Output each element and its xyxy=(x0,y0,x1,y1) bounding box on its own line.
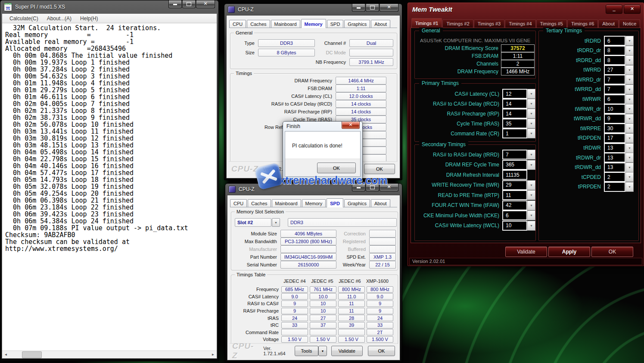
maximize-button[interactable] xyxy=(182,0,196,8)
dropdown-icon[interactable]: ▼ xyxy=(625,65,634,75)
tab-about[interactable]: About xyxy=(598,19,619,28)
cpuz-spd-titlebar[interactable]: CPU-Z ✕ xyxy=(225,184,402,195)
tab-caches[interactable]: Caches xyxy=(247,20,270,28)
tab-about[interactable]: About xyxy=(371,20,390,28)
dropdown-icon[interactable]: ▼ xyxy=(527,109,535,119)
dropdown-icon[interactable]: ▼ xyxy=(625,143,634,153)
tab-cpu[interactable]: CPU xyxy=(229,20,246,28)
tab-cpu[interactable]: CPU xyxy=(230,199,247,207)
ok-button[interactable]: OK xyxy=(364,164,395,174)
timing-value[interactable]: 6 xyxy=(604,36,625,46)
tab-spd[interactable]: SPD xyxy=(327,198,343,207)
menu-help[interactable]: Help(H) xyxy=(76,16,102,22)
minimize-button[interactable] xyxy=(352,4,365,12)
close-button[interactable]: ✕ xyxy=(342,122,360,129)
dropdown-icon[interactable]: ▼ xyxy=(625,46,634,56)
dropdown-icon[interactable]: ▼ xyxy=(527,180,535,190)
dropdown-icon[interactable]: ▼ xyxy=(625,55,634,65)
superpi-titlebar[interactable]: SUPERπ Super PI / mod1.5 XS ✕ xyxy=(0,0,218,13)
tab-timings-4[interactable]: Timings #4 xyxy=(505,19,535,28)
maximize-button[interactable] xyxy=(366,4,379,12)
timing-value[interactable]: 42 xyxy=(502,200,527,210)
tab-timings-2[interactable]: Timings #2 xyxy=(442,19,473,28)
minimize-button[interactable] xyxy=(352,184,365,191)
timing-value[interactable]: 365 xyxy=(502,160,527,170)
timing-value[interactable]: 14 xyxy=(502,109,527,119)
timing-value[interactable]: 7 xyxy=(604,84,625,94)
tab-timings-1[interactable]: Timings #1 xyxy=(411,18,442,28)
dropdown-icon[interactable]: ▼ xyxy=(625,114,634,124)
apply-button[interactable]: Apply xyxy=(548,247,590,257)
timing-value[interactable]: 12 xyxy=(502,89,527,99)
tools-dropdown-icon[interactable]: ▼ xyxy=(318,346,327,356)
timing-value[interactable]: 35 xyxy=(502,119,527,128)
tab-graphics[interactable]: Graphics xyxy=(344,199,370,207)
tab-notice[interactable]: Notice xyxy=(619,19,640,28)
dropdown-icon[interactable]: ▼ xyxy=(625,94,634,104)
timing-value[interactable]: 6 xyxy=(502,210,527,220)
dropdown-icon[interactable]: ▼ xyxy=(625,182,634,192)
timing-value[interactable]: 10 xyxy=(502,221,527,231)
scroll-right-button[interactable]: ► xyxy=(209,351,217,358)
timing-value[interactable]: 13 xyxy=(604,153,625,163)
timing-value[interactable]: 8 xyxy=(604,46,625,56)
maximize-button[interactable] xyxy=(366,184,379,191)
timing-value[interactable]: 8 xyxy=(604,55,625,65)
timing-value[interactable]: 2 xyxy=(604,182,625,192)
timing-value[interactable]: 11 xyxy=(502,190,527,200)
dropdown-icon[interactable]: ▼ xyxy=(527,150,535,160)
dropdown-icon[interactable]: ▼ xyxy=(527,89,535,99)
validate-button[interactable]: Validate xyxy=(505,247,547,257)
slot-select[interactable]: Slot #2 xyxy=(235,218,271,227)
timing-value[interactable]: 13 xyxy=(604,143,625,153)
dropdown-icon[interactable]: ▼ xyxy=(527,221,535,231)
tab-mainboard[interactable]: Mainboard xyxy=(271,20,300,28)
menu-calculate[interactable]: Calculate(C) xyxy=(6,16,42,22)
cpuz-memory-titlebar[interactable]: CPU-Z ✕ xyxy=(224,4,402,15)
close-button[interactable]: ✕ xyxy=(380,184,398,191)
dropdown-icon[interactable]: ▼ xyxy=(527,210,535,220)
minimize-button[interactable]: _ xyxy=(606,5,622,14)
horizontal-scrollbar[interactable]: ◄ ► xyxy=(2,350,217,358)
ok-button[interactable]: OK xyxy=(368,346,395,356)
tab-timings-6[interactable]: Timings #6 xyxy=(567,19,598,28)
timing-value[interactable]: 7 xyxy=(502,150,527,160)
dropdown-icon[interactable]: ▼ xyxy=(625,75,634,84)
tab-memory[interactable]: Memory xyxy=(301,19,326,28)
slot-select-dropdown-icon[interactable]: ▼ xyxy=(272,218,280,227)
scroll-left-button[interactable]: ◄ xyxy=(2,351,9,358)
validate-button[interactable]: Validate xyxy=(331,346,363,356)
dropdown-icon[interactable]: ▼ xyxy=(625,123,634,133)
close-button[interactable]: ✕ xyxy=(624,5,641,14)
tab-mainboard[interactable]: Mainboard xyxy=(272,199,301,207)
ok-button[interactable]: OK xyxy=(317,163,356,173)
timing-value[interactable]: 27 xyxy=(604,65,625,75)
dropdown-icon[interactable]: ▼ xyxy=(625,84,634,94)
tab-caches[interactable]: Caches xyxy=(248,199,271,207)
timing-value[interactable]: 7 xyxy=(604,75,625,84)
dropdown-icon[interactable]: ▼ xyxy=(527,119,535,128)
timing-value[interactable]: 1 xyxy=(502,128,527,138)
dropdown-icon[interactable]: ▼ xyxy=(527,99,535,109)
close-button[interactable]: ✕ xyxy=(380,4,398,12)
tools-button[interactable]: Tools xyxy=(295,346,318,356)
timing-value[interactable]: 2 xyxy=(604,172,625,182)
dropdown-icon[interactable]: ▼ xyxy=(527,200,535,210)
timing-value[interactable]: 30 xyxy=(604,123,625,133)
dropdown-icon[interactable]: ▼ xyxy=(625,36,634,46)
tab-graphics[interactable]: Graphics xyxy=(344,20,370,28)
tab-spd[interactable]: SPD xyxy=(327,20,344,28)
dropdown-icon[interactable]: ▼ xyxy=(527,128,535,138)
menu-about[interactable]: About...(A) xyxy=(43,16,75,22)
timing-value[interactable]: 10 xyxy=(604,104,625,114)
dropdown-icon[interactable]: ▼ xyxy=(625,104,634,114)
dropdown-icon[interactable]: ▼ xyxy=(625,133,634,143)
tab-timings-5[interactable]: Timings #5 xyxy=(536,19,567,28)
finish-dialog-titlebar[interactable]: Finish ✕ xyxy=(283,122,362,131)
timing-value[interactable]: 9 xyxy=(604,114,625,124)
scroll-thumb[interactable] xyxy=(22,351,42,358)
timing-value[interactable]: 13 xyxy=(604,163,625,172)
dropdown-icon[interactable]: ▼ xyxy=(527,160,535,170)
dropdown-icon[interactable]: ▼ xyxy=(527,190,535,200)
timing-value[interactable]: 11135 xyxy=(502,170,527,180)
